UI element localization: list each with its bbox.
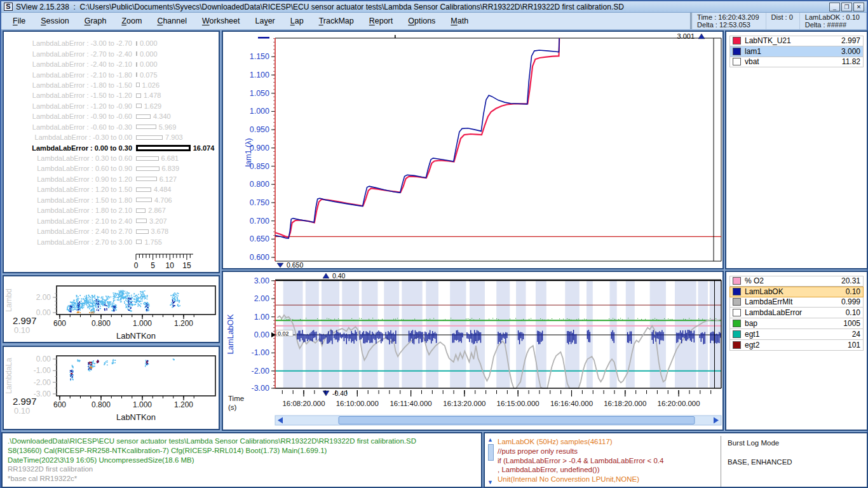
status-col-2: LamLabOK : 0.10Delta : ##### — [800, 13, 867, 29]
legend-row-lambdaerrmlt[interactable]: LambdaErrMlt0.999 — [729, 297, 864, 308]
restore-button[interactable]: ❐ — [841, 3, 852, 11]
histogram-value: 0.000 — [140, 39, 158, 47]
histogram-row[interactable]: LambdaLabError : 2.70 to 3.001.755 — [6, 236, 217, 247]
trace-labntk_u21 — [275, 38, 559, 238]
legend-row--o2[interactable]: % O220.31 — [729, 276, 864, 287]
menu-items: FileSessionGraphZoomChannelWorksheetLaye… — [1, 13, 476, 29]
scatter-points — [71, 361, 147, 374]
menu-math[interactable]: Math — [443, 17, 476, 25]
histogram-bar — [136, 219, 147, 223]
footer-line: BASE, ENHANCED — [728, 458, 792, 467]
histogram-bar — [136, 177, 157, 181]
histogram-row[interactable]: LambdaLabError : -0.30 to 0.007.903 — [6, 132, 217, 142]
legend-row-labntk-u21[interactable]: LabNTK_U212.997 — [729, 36, 864, 46]
ts-ytick: -3.00 — [252, 384, 270, 393]
histogram-bar — [136, 41, 137, 46]
histogram-row[interactable]: LambdaLabError : 0.90 to 1.206.127 — [6, 174, 217, 184]
time-tick: 16:18:20.000 — [604, 400, 646, 407]
scatter-lambda-chart[interactable]: 2.000.006000.8001.0001.200LabNTKonLambd — [4, 276, 219, 342]
main-chart-panel[interactable]: 1.1501.1001.0501.0000.9500.9000.8500.800… — [222, 30, 724, 269]
histogram-row[interactable]: LambdaLabError : -1.80 to -1.501.026 — [6, 80, 217, 90]
main-ytick: 0.650 — [250, 234, 269, 243]
histogram-bar — [136, 83, 140, 87]
scrollbar-thumb[interactable] — [339, 417, 695, 424]
histogram-bar — [136, 62, 137, 67]
legend-row-bap[interactable]: bap1005 — [729, 318, 864, 329]
histogram-row[interactable]: LambdaLabError : -2.10 to -1.800.075 — [6, 69, 217, 79]
footer-line: LamLabOK (50Hz) samples(46117) — [498, 437, 663, 447]
histogram-row[interactable]: LambdaLabError : -1.50 to -1.201.478 — [6, 90, 217, 100]
histogram-axis-tick: 10 — [166, 261, 175, 270]
scatter-error-panel[interactable]: 0.00-1.00-2.00-3.006000.8001.0001.200Lab… — [3, 346, 220, 430]
histogram-value: 3.207 — [149, 217, 167, 225]
menu-file[interactable]: File — [5, 17, 33, 25]
legend-row-vbat[interactable]: vbat11.82 — [729, 57, 864, 68]
footer-line: DateTime(2022\3\19 16:05) UncompressedSi… — [8, 456, 476, 465]
lamlabok-timeseries-chart[interactable]: 3.002.001.000.00-1.00-2.00-3.000.020.40-… — [223, 272, 722, 430]
legend-row-lambdalaberror[interactable]: LambdaLabError0.10 — [729, 308, 864, 318]
ts-ytick: 0.00 — [254, 330, 269, 339]
menu-session[interactable]: Session — [33, 17, 76, 25]
histogram-label: LambdaLabError : 2.70 to 3.00 — [6, 238, 132, 246]
scatter-lambda-panel[interactable]: 2.000.006000.8001.0001.200LabNTKonLambd … — [3, 275, 220, 343]
scroll-down-icon[interactable]: ▼ — [487, 479, 494, 486]
histogram-row[interactable]: LambdaLabError : 2.10 to 2.403.207 — [6, 215, 217, 226]
channel-name: LamLabOK — [745, 287, 846, 296]
main-lambda-chart[interactable]: 1.1501.1001.0501.0000.9500.9000.8500.800… — [223, 32, 722, 268]
minimize-button[interactable]: _ — [829, 3, 840, 11]
menu-graph[interactable]: Graph — [77, 17, 114, 25]
scatter-xtick: 1.000 — [133, 319, 152, 328]
legend-row-egt1[interactable]: egt124 — [729, 329, 864, 340]
histogram-row[interactable]: LambdaLabError : -3.00 to -2.700.000 — [6, 38, 217, 48]
histogram-label: LambdaLabError : -3.00 to -2.70 — [6, 39, 132, 47]
menu-trackmap[interactable]: TrackMap — [311, 17, 362, 25]
histogram-axis-tick: 5 — [151, 261, 155, 270]
histogram-row[interactable]: LambdaLabError : 2.40 to 2.703.678 — [6, 226, 217, 236]
histogram-row[interactable]: LambdaLabError : -2.40 to -2.100.000 — [6, 59, 217, 69]
histogram-row[interactable]: LambdaLabError : 0.30 to 0.606.681 — [6, 153, 217, 163]
close-button[interactable]: ✕ — [853, 3, 864, 11]
time-tick: 16:15:00.000 — [497, 400, 539, 407]
menu-lap[interactable]: Lap — [283, 17, 311, 25]
scatter-points — [91, 313, 95, 313]
histogram-panel[interactable]: LambdaLabError : -3.00 to -2.700.000Lamb… — [3, 30, 220, 273]
scroll-up-icon[interactable]: ▲ — [487, 437, 494, 444]
scatter-ytick: -1.00 — [34, 366, 51, 375]
histogram-row[interactable]: LambdaLabError : 0.00 to 0.3016.074 — [6, 142, 217, 152]
histogram-row[interactable]: LambdaLabError : -2.70 to -2.400.000 — [6, 48, 217, 58]
scroll-thumb[interactable] — [488, 444, 494, 461]
histogram-bar — [136, 166, 159, 171]
legend-bottom-rows: % O220.31LamLabOK0.10LambdaErrMlt0.999La… — [729, 276, 864, 351]
histogram-row[interactable]: LambdaLabError : 1.20 to 1.504.484 — [6, 184, 217, 194]
histogram-label: LambdaLabError : 0.00 to 0.30 — [6, 144, 132, 152]
histogram-row[interactable]: LambdaLabError : 1.80 to 2.102.867 — [6, 205, 217, 215]
menu-options[interactable]: Options — [400, 17, 443, 25]
scatter-error-chart[interactable]: 0.00-1.00-2.00-3.006000.8001.0001.200Lab… — [4, 347, 219, 429]
menu-layer[interactable]: Layer — [247, 17, 282, 25]
menu-worksheet[interactable]: Worksheet — [194, 17, 248, 25]
channel-swatch — [733, 48, 741, 55]
menu-zoom[interactable]: Zoom — [114, 17, 149, 25]
status-col-0: Time : 16:20:43.209Delta : 12:53.053 — [692, 13, 766, 29]
histogram-row[interactable]: LambdaLabError : -0.90 to -0.604.340 — [6, 111, 217, 121]
legend-row-lamlabok[interactable]: LamLabOK0.10 — [729, 287, 864, 297]
menu-channel[interactable]: Channel — [149, 17, 194, 25]
channel-name: lam1 — [745, 47, 841, 56]
channel-name: vbat — [745, 57, 842, 66]
legend-row-lam1[interactable]: lam13.000 — [729, 46, 864, 57]
ts-ytick: 2.00 — [254, 294, 269, 303]
histogram-row[interactable]: LambdaLabError : 1.50 to 1.804.706 — [6, 195, 217, 205]
histogram-row[interactable]: LambdaLabError : -0.60 to -0.305.969 — [6, 122, 217, 132]
math-scrollbar[interactable]: ▲ ▼ — [487, 437, 495, 486]
timeseries-panel[interactable]: 3.002.001.000.00-1.00-2.00-3.000.020.40-… — [222, 271, 724, 431]
footer-line: Unit(Internal No Converstion LPUnit,NONE… — [498, 475, 663, 484]
scatter-xtick: 1.000 — [133, 400, 152, 409]
scatter-ytick: 2.00 — [36, 293, 51, 302]
legend-row-egt2[interactable]: egt2101 — [729, 340, 864, 351]
channel-name: LambdaErrMlt — [745, 297, 841, 306]
histogram-row[interactable]: LambdaLabError : 0.60 to 0.906.839 — [6, 163, 217, 173]
menu-report[interactable]: Report — [362, 17, 401, 25]
histogram-row[interactable]: LambdaLabError : -1.20 to -0.901.629 — [6, 101, 217, 111]
footer-line: *base cal RR19322c* — [8, 474, 476, 484]
scatter-xlabel: LabNTKon — [116, 412, 156, 422]
